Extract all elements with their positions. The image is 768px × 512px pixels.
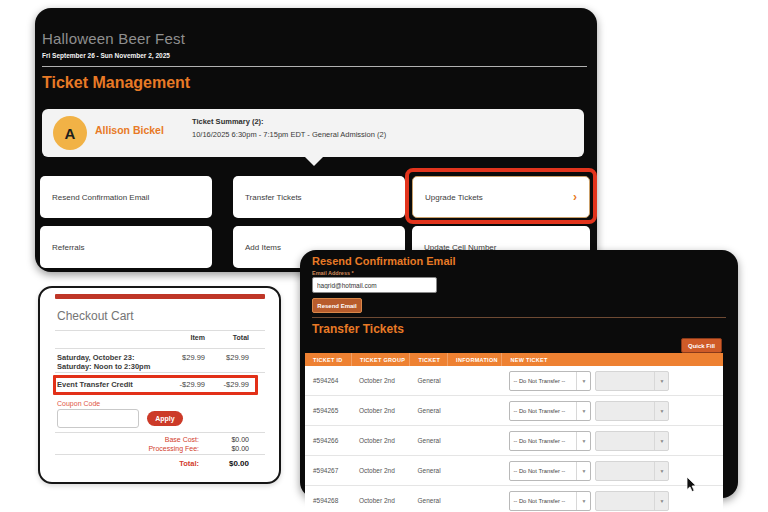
ticket-summary-label: Ticket Summary (2): — [192, 117, 264, 126]
cart-line-item: Saturday, October 23: Saturday: Noon to … — [57, 353, 249, 371]
caret-down-icon: ▼ — [654, 492, 668, 510]
button-label: Transfer Tickets — [245, 193, 302, 202]
attendee-summary-card: A Allison Bickel Ticket Summary (2): 10/… — [42, 109, 584, 157]
caret-down-icon: ▼ — [576, 372, 590, 390]
event-title: Halloween Beer Fest — [42, 30, 185, 47]
divider — [42, 66, 587, 67]
total-value: $0.00 — [205, 459, 249, 468]
avatar: A — [53, 116, 87, 150]
col-information: INFORMATION — [447, 353, 501, 366]
ticket-type: General — [409, 396, 447, 425]
ticket-group: October 2nd — [351, 426, 410, 455]
upgrade-tickets-button[interactable]: Upgrade Tickets › — [412, 176, 590, 218]
caret-down-icon: ▼ — [654, 432, 668, 450]
divider — [55, 348, 265, 349]
line-item-total: $29.99 — [205, 353, 249, 362]
line-item-price: $29.99 — [169, 353, 205, 362]
quick-fill-button[interactable]: Quick Fill — [681, 338, 722, 353]
transfer-select[interactable]: -- Do Not Transfer -- ▼ — [509, 401, 591, 421]
transfer-tickets-heading: Transfer Tickets — [312, 322, 404, 336]
table-row: #594267 October 2nd General -- Do Not Tr… — [305, 456, 723, 486]
divider — [55, 330, 265, 331]
transfer-select[interactable]: -- Do Not Transfer -- ▼ — [509, 431, 591, 451]
ticket-group: October 2nd — [351, 366, 410, 395]
table-header-row: TICKET ID TICKET GROUP TICKET INFORMATIO… — [305, 353, 723, 366]
cart-total-row: Total: $0.00 — [57, 459, 249, 468]
divider — [55, 454, 265, 455]
referrals-button[interactable]: Referrals — [40, 226, 212, 268]
checkout-cart-panel: Checkout Cart Item Total Saturday, Octob… — [38, 286, 281, 484]
fee-value: $0.00 — [205, 436, 249, 443]
divider — [55, 432, 265, 433]
new-ticket-select-disabled: ▼ — [595, 401, 669, 421]
new-ticket-select-disabled: ▼ — [595, 491, 669, 511]
coupon-code-input[interactable] — [57, 409, 139, 428]
button-label: Upgrade Tickets — [425, 193, 483, 202]
col-ticket: TICKET — [409, 353, 447, 366]
caret-down-icon: ▼ — [654, 402, 668, 420]
line-item-price: -$29.99 — [169, 380, 205, 389]
attendee-name: Allison Bickel — [95, 124, 164, 136]
mouse-cursor-icon — [686, 477, 697, 493]
transfer-tickets-button[interactable]: Transfer Tickets — [233, 176, 405, 218]
col-item: Item — [169, 334, 205, 341]
caret-down-icon: ▼ — [576, 432, 590, 450]
line-item-total: -$29.99 — [205, 380, 249, 389]
ticket-group: October 2nd — [351, 396, 410, 425]
resend-email-button[interactable]: Resend Email — [312, 298, 362, 313]
table-row: #594265 October 2nd General -- Do Not Tr… — [305, 396, 723, 426]
divider — [312, 317, 726, 318]
ticket-information — [447, 486, 501, 512]
caret-down-icon: ▼ — [576, 492, 590, 510]
apply-coupon-button[interactable]: Apply — [147, 411, 183, 426]
table-row: #594264 October 2nd General -- Do Not Tr… — [305, 366, 723, 396]
base-cost-row: Base Cost: $0.00 — [57, 436, 249, 443]
page-title: Ticket Management — [42, 74, 190, 92]
fee-value: $0.00 — [205, 445, 249, 452]
caret-down-icon: ▼ — [576, 402, 590, 420]
col-total: Total — [205, 334, 249, 341]
button-label: Resend Confirmation Email — [52, 193, 149, 202]
new-ticket-select-disabled: ▼ — [595, 371, 669, 391]
table-row: #594266 October 2nd General -- Do Not Tr… — [305, 426, 723, 456]
button-label: Referrals — [52, 243, 84, 252]
caret-down-icon: ▼ — [576, 462, 590, 480]
transfer-select[interactable]: -- Do Not Transfer -- ▼ — [509, 371, 591, 391]
email-address-label: Email Address * — [312, 270, 354, 276]
total-label: Total: — [57, 459, 205, 468]
screenshot-canvas: Halloween Beer Fest Fri September 26 - S… — [0, 0, 768, 512]
cart-column-headers: Item Total — [57, 334, 249, 341]
processing-fee-row: Processing Fee: $0.00 — [57, 445, 249, 452]
ticket-type: General — [409, 456, 447, 485]
ticket-id: #594265 — [305, 396, 351, 425]
transfer-select[interactable]: -- Do Not Transfer -- ▼ — [509, 461, 591, 481]
line-item-label: Event Transfer Credit — [57, 380, 169, 389]
ticket-type: General — [409, 486, 447, 512]
line-item-label: Saturday, October 23: Saturday: Noon to … — [57, 353, 169, 371]
chevron-right-icon: › — [573, 191, 577, 203]
ticket-id: #594264 — [305, 366, 351, 395]
coupon-code-label: Coupon Code — [57, 400, 100, 407]
cart-line-item: Event Transfer Credit -$29.99 -$29.99 — [57, 380, 249, 389]
cart-accent-stripe — [55, 294, 265, 299]
summary-card-pointer — [305, 157, 323, 166]
col-ticket-group: TICKET GROUP — [351, 353, 410, 366]
resend-confirmation-heading: Resend Confirmation Email — [312, 255, 456, 267]
ticket-type: General — [409, 366, 447, 395]
col-new-ticket: NEW TICKET — [501, 353, 723, 366]
event-dates: Fri September 26 - Sun November 2, 2025 — [42, 52, 170, 59]
transfer-select[interactable]: -- Do Not Transfer -- ▼ — [509, 491, 591, 511]
new-ticket-select-disabled: ▼ — [595, 461, 669, 481]
transfer-tickets-table: TICKET ID TICKET GROUP TICKET INFORMATIO… — [305, 353, 723, 512]
transfer-tickets-panel: Resend Confirmation Email Email Address … — [300, 250, 738, 498]
cart-title: Checkout Cart — [57, 309, 134, 323]
button-label: Add Items — [245, 243, 281, 252]
ticket-group: October 2nd — [351, 486, 410, 512]
ticket-type: General — [409, 426, 447, 455]
email-address-input[interactable] — [312, 277, 437, 293]
ticket-id: #594268 — [305, 486, 351, 512]
ticket-group: October 2nd — [351, 456, 410, 485]
ticket-information — [447, 366, 501, 395]
ticket-id: #594267 — [305, 456, 351, 485]
resend-confirmation-email-button[interactable]: Resend Confirmation Email — [40, 176, 212, 218]
